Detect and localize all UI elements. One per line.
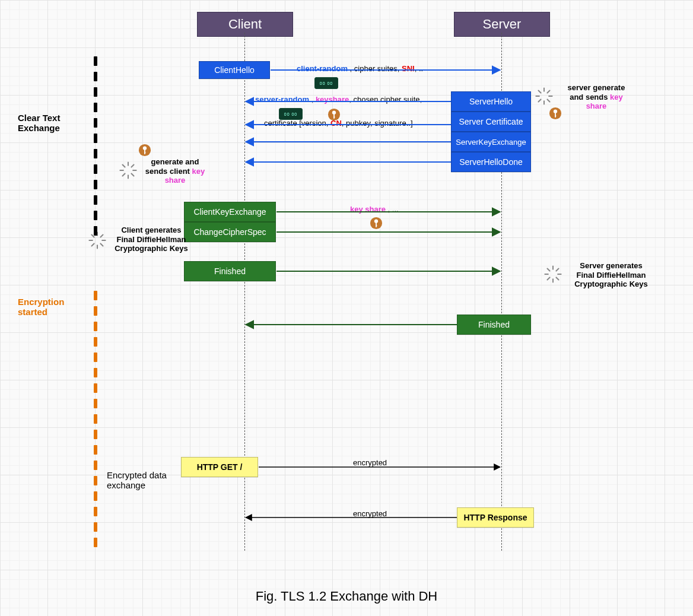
msg-http-get: HTTP GET / bbox=[181, 457, 258, 477]
svg-line-19 bbox=[547, 90, 549, 93]
svg-line-18 bbox=[538, 99, 541, 101]
dash-column-encrypted bbox=[94, 291, 97, 553]
note-client-generates-keyshare: generate and sends client key share bbox=[133, 157, 217, 185]
msg-server-certificate: Server Certificate bbox=[451, 112, 531, 132]
note-client-final-keys: Client generates Final DiffieHellman Cry… bbox=[104, 226, 199, 253]
figure-caption: Fig. TLS 1.2 Exchange with DH bbox=[0, 589, 693, 604]
svg-line-34 bbox=[547, 277, 549, 280]
note-server-generates-keyshare: server generate and sends key share bbox=[552, 83, 641, 111]
msg-server-hello-done: ServerHelloDone bbox=[451, 152, 531, 172]
key-icon bbox=[328, 108, 341, 121]
random-bytes-icon bbox=[314, 77, 338, 89]
loading-icon bbox=[543, 264, 563, 284]
msg-client-key-exchange: ClientKeyExchange bbox=[184, 202, 276, 222]
participant-server: Server bbox=[454, 12, 550, 37]
svg-line-16 bbox=[538, 90, 541, 93]
note-server-final-keys: Server generates Final DiffieHellman Cry… bbox=[561, 261, 662, 289]
svg-line-35 bbox=[556, 268, 558, 271]
key-icon bbox=[138, 144, 151, 157]
arrow-label-encrypted-2: encrypted bbox=[353, 509, 387, 518]
random-bytes-icon bbox=[279, 108, 303, 120]
svg-line-33 bbox=[556, 277, 558, 280]
arrow-label-client-key-exchange: key share , ... bbox=[350, 205, 399, 214]
msg-client-hello: ClientHello bbox=[199, 61, 270, 79]
svg-line-25 bbox=[100, 243, 103, 246]
msg-server-hello: ServerHello bbox=[451, 91, 531, 112]
dash-column-cleartext bbox=[94, 56, 97, 242]
key-icon bbox=[370, 217, 383, 230]
phase-label-cleartext: Clear Text Exchange bbox=[18, 113, 60, 133]
phase-label-encryption-started: Encryption started bbox=[18, 297, 64, 317]
loading-icon bbox=[118, 160, 138, 180]
key-icon bbox=[549, 107, 562, 120]
msg-client-finished: Finished bbox=[184, 261, 276, 281]
arrow-label-encrypted-1: encrypted bbox=[353, 458, 387, 467]
svg-line-17 bbox=[547, 99, 549, 101]
svg-line-26 bbox=[91, 243, 94, 246]
msg-http-response: HTTP Response bbox=[457, 507, 534, 528]
msg-server-finished: Finished bbox=[457, 315, 531, 335]
phase-label-encrypted-data: Encrypted data exchange bbox=[107, 470, 167, 490]
arrow-label-client-hello: client-random , cipher suites, SNI, .. bbox=[297, 64, 423, 73]
svg-line-11 bbox=[131, 164, 133, 167]
arrow-label-server-hello: server-random , keyshare, chosen cipher … bbox=[255, 95, 428, 104]
msg-server-key-exchange: ServerKeyExchange bbox=[451, 132, 531, 152]
svg-line-27 bbox=[100, 234, 103, 237]
participant-client: Client bbox=[197, 12, 293, 37]
svg-line-10 bbox=[122, 173, 125, 176]
svg-line-32 bbox=[547, 268, 549, 271]
loading-icon bbox=[534, 86, 554, 106]
svg-line-8 bbox=[122, 164, 125, 167]
svg-line-9 bbox=[131, 173, 133, 176]
loading-icon bbox=[87, 230, 107, 250]
